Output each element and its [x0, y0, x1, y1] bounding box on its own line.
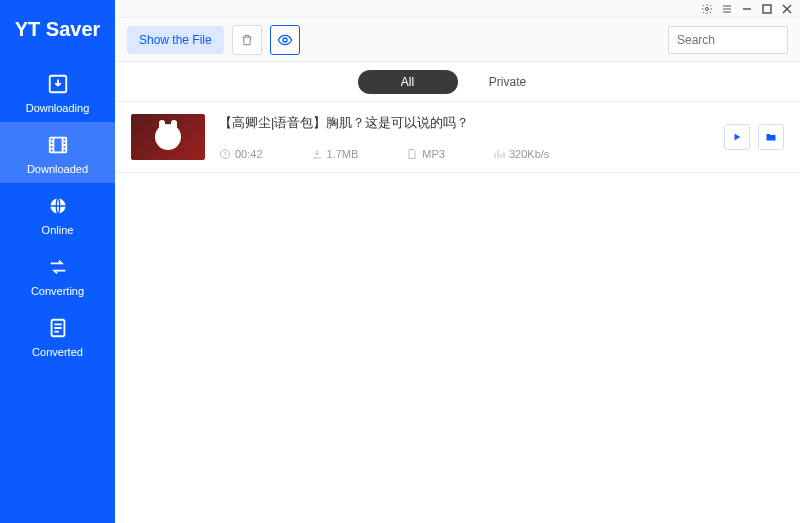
- titlebar: [115, 0, 800, 18]
- main-panel: Show the File All Private 【高卿尘|语音包】胸肌？这是…: [115, 0, 800, 523]
- search-input[interactable]: [668, 26, 788, 54]
- toolbar: Show the File: [115, 18, 800, 62]
- file-icon: [406, 148, 418, 160]
- row-actions: [724, 114, 784, 160]
- delete-button[interactable]: [232, 25, 262, 55]
- globe-icon: [45, 193, 71, 219]
- sidebar-item-downloaded[interactable]: Downloaded: [0, 122, 115, 183]
- row-title: 【高卿尘|语音包】胸肌？这是可以说的吗？: [219, 114, 710, 132]
- svg-rect-5: [763, 5, 771, 13]
- svg-point-6: [283, 38, 287, 42]
- download-icon: [45, 71, 71, 97]
- sidebar-item-label: Converted: [32, 346, 83, 358]
- sidebar-item-converting[interactable]: Converting: [0, 244, 115, 305]
- sidebar: YT Saver Downloading Downloaded Online C…: [0, 0, 115, 523]
- sidebar-item-online[interactable]: Online: [0, 183, 115, 244]
- sidebar-item-converted[interactable]: Converted: [0, 305, 115, 366]
- sidebar-item-downloading[interactable]: Downloading: [0, 61, 115, 122]
- meta-format: MP3: [406, 148, 445, 160]
- convert-icon: [45, 254, 71, 280]
- preview-button[interactable]: [270, 25, 300, 55]
- settings-icon[interactable]: [698, 1, 716, 17]
- maximize-button[interactable]: [758, 1, 776, 17]
- sidebar-item-label: Downloading: [26, 102, 90, 114]
- sidebar-item-label: Online: [42, 224, 74, 236]
- row-body: 【高卿尘|语音包】胸肌？这是可以说的吗？ 00:42 1.7MB MP3: [219, 114, 710, 160]
- tab-all[interactable]: All: [358, 70, 458, 94]
- bars-icon: [493, 148, 505, 160]
- download-icon: [311, 148, 323, 160]
- svg-point-4: [706, 7, 709, 10]
- app-logo: YT Saver: [15, 0, 101, 61]
- clock-icon: [219, 148, 231, 160]
- film-icon: [45, 132, 71, 158]
- downloaded-row: 【高卿尘|语音包】胸肌？这是可以说的吗？ 00:42 1.7MB MP3: [115, 102, 800, 173]
- close-button[interactable]: [778, 1, 796, 17]
- tab-private[interactable]: Private: [458, 70, 558, 94]
- meta-bitrate: 320Kb/s: [493, 148, 549, 160]
- play-button[interactable]: [724, 124, 750, 150]
- meta-duration: 00:42: [219, 148, 263, 160]
- file-check-icon: [45, 315, 71, 341]
- sidebar-item-label: Downloaded: [27, 163, 88, 175]
- content-list: 【高卿尘|语音包】胸肌？这是可以说的吗？ 00:42 1.7MB MP3: [115, 102, 800, 523]
- show-file-button[interactable]: Show the File: [127, 26, 224, 54]
- row-meta: 00:42 1.7MB MP3 320Kb/s: [219, 148, 710, 160]
- meta-size: 1.7MB: [311, 148, 359, 160]
- sidebar-item-label: Converting: [31, 285, 84, 297]
- minimize-button[interactable]: [738, 1, 756, 17]
- thumbnail[interactable]: [131, 114, 205, 160]
- open-folder-button[interactable]: [758, 124, 784, 150]
- tabs: All Private: [115, 62, 800, 102]
- menu-icon[interactable]: [718, 1, 736, 17]
